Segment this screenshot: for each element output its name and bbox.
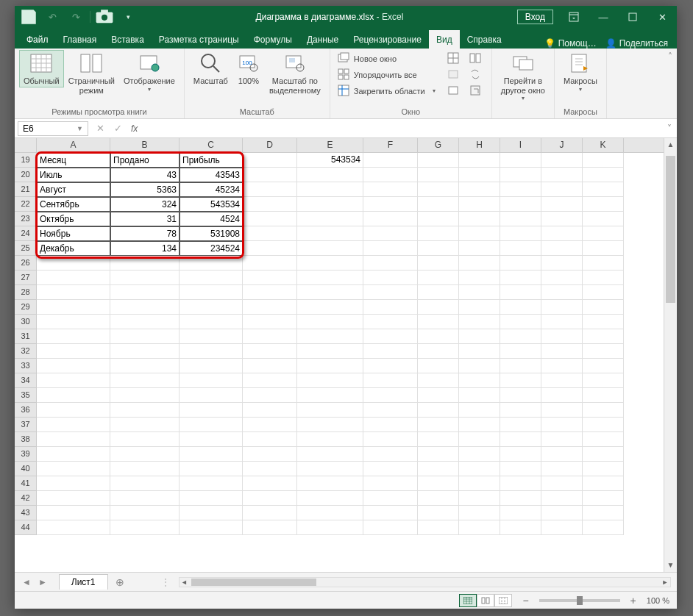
cell[interactable] — [500, 403, 541, 418]
cell[interactable] — [243, 285, 297, 300]
cell[interactable] — [180, 418, 243, 432]
cell[interactable]: Продано — [110, 153, 180, 168]
row-header[interactable]: 20 — [15, 168, 37, 182]
cell[interactable] — [500, 344, 541, 359]
cell[interactable] — [583, 344, 624, 359]
name-box[interactable]: E6 ▼ — [18, 121, 88, 136]
cell[interactable] — [418, 506, 459, 520]
cell[interactable] — [459, 182, 500, 197]
cell[interactable] — [541, 256, 583, 271]
hide-button[interactable] — [444, 68, 462, 82]
cell[interactable] — [243, 388, 297, 403]
cell[interactable] — [180, 344, 243, 359]
cell[interactable] — [541, 168, 583, 182]
cell[interactable] — [110, 403, 180, 418]
cell[interactable] — [500, 300, 541, 315]
cell[interactable] — [37, 388, 110, 403]
cell[interactable] — [243, 300, 297, 315]
cell[interactable]: 31 — [110, 212, 180, 226]
cell[interactable] — [243, 212, 297, 226]
hscroll-thumb[interactable] — [191, 579, 316, 586]
cell[interactable] — [583, 285, 624, 300]
cell[interactable] — [37, 344, 110, 359]
row-header[interactable]: 38 — [15, 432, 37, 447]
col-header-A[interactable]: A — [37, 138, 110, 152]
row-header[interactable]: 27 — [15, 271, 37, 285]
cell[interactable] — [363, 388, 418, 403]
cell[interactable] — [583, 462, 624, 476]
cell[interactable] — [363, 506, 418, 520]
cell[interactable] — [110, 432, 180, 447]
cell[interactable] — [243, 403, 297, 418]
cell[interactable] — [541, 476, 583, 491]
cell[interactable] — [180, 462, 243, 476]
cell[interactable] — [500, 271, 541, 285]
cell[interactable] — [459, 300, 500, 315]
cell[interactable] — [110, 256, 180, 271]
row-header[interactable]: 22 — [15, 197, 37, 212]
cell[interactable] — [297, 197, 363, 212]
cell[interactable] — [180, 432, 243, 447]
cell[interactable] — [500, 432, 541, 447]
cell[interactable] — [541, 491, 583, 506]
cell[interactable] — [110, 285, 180, 300]
cell[interactable] — [110, 271, 180, 285]
cell[interactable] — [37, 418, 110, 432]
expand-formula-bar-icon[interactable]: ˅ — [662, 123, 677, 134]
cell[interactable] — [243, 315, 297, 329]
cell[interactable] — [418, 447, 459, 462]
cell[interactable] — [297, 491, 363, 506]
cell[interactable] — [297, 315, 363, 329]
cell[interactable] — [459, 197, 500, 212]
sheet-next-icon[interactable]: ► — [35, 577, 50, 587]
cell[interactable] — [37, 432, 110, 447]
cell[interactable] — [37, 520, 110, 535]
cell[interactable] — [37, 506, 110, 520]
row-header[interactable]: 37 — [15, 418, 37, 432]
cell[interactable] — [243, 447, 297, 462]
cell[interactable]: Декабрь — [37, 241, 110, 256]
maximize-button[interactable] — [618, 6, 647, 28]
cell[interactable] — [363, 197, 418, 212]
cell[interactable] — [583, 418, 624, 432]
cell[interactable] — [297, 241, 363, 256]
cell[interactable] — [363, 403, 418, 418]
name-box-dropdown-icon[interactable]: ▼ — [77, 125, 83, 132]
cell[interactable] — [459, 271, 500, 285]
col-header-B[interactable]: B — [110, 138, 180, 152]
tab-review[interactable]: Рецензирование — [346, 30, 429, 49]
cell[interactable] — [418, 315, 459, 329]
row-header[interactable]: 30 — [15, 315, 37, 329]
row-header[interactable]: 43 — [15, 506, 37, 520]
cell[interactable] — [110, 315, 180, 329]
cell[interactable] — [541, 315, 583, 329]
cell[interactable] — [459, 388, 500, 403]
cell[interactable] — [363, 153, 418, 168]
macros-button[interactable]: Макросы ▾ — [559, 50, 602, 94]
cell[interactable] — [110, 506, 180, 520]
cell[interactable] — [583, 153, 624, 168]
camera-icon[interactable] — [95, 8, 114, 26]
col-header-D[interactable]: D — [243, 138, 297, 152]
cell[interactable] — [243, 226, 297, 241]
cell[interactable] — [418, 241, 459, 256]
zoom-out-button[interactable]: − — [519, 595, 531, 606]
tab-formulas[interactable]: Формулы — [246, 30, 299, 49]
cell[interactable] — [418, 168, 459, 182]
cell[interactable] — [459, 241, 500, 256]
cell[interactable] — [110, 344, 180, 359]
cell[interactable] — [418, 344, 459, 359]
cell[interactable] — [541, 329, 583, 344]
tab-home[interactable]: Главная — [56, 30, 104, 49]
cell[interactable] — [541, 373, 583, 388]
cell[interactable] — [541, 418, 583, 432]
view-pagebreak-button[interactable]: Страничный режим — [64, 50, 119, 96]
cell[interactable] — [243, 462, 297, 476]
cell[interactable] — [500, 329, 541, 344]
cell[interactable]: Месяц — [37, 153, 110, 168]
cell[interactable] — [459, 491, 500, 506]
cell[interactable] — [500, 315, 541, 329]
row-header[interactable]: 42 — [15, 491, 37, 506]
col-header-E[interactable]: E — [297, 138, 363, 152]
cell[interactable] — [418, 418, 459, 432]
